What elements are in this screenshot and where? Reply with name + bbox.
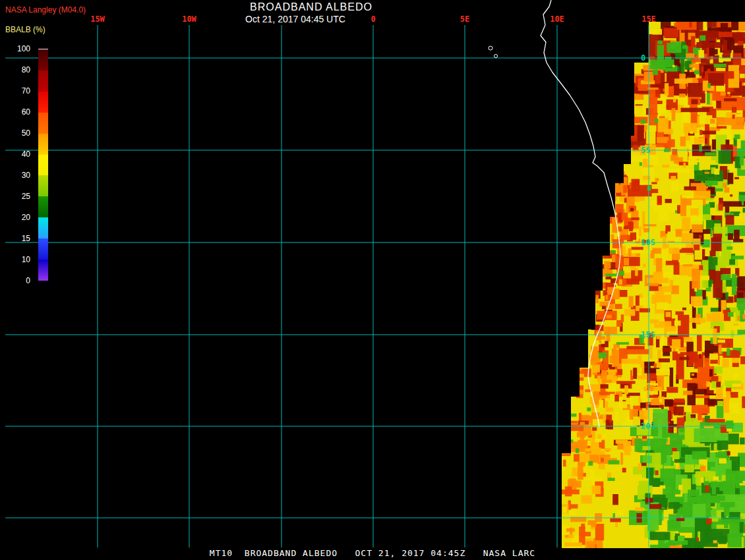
- legend-color-segment: [38, 49, 48, 70]
- legend-color-segment: [38, 92, 48, 113]
- lon-label-0: 0: [371, 14, 375, 24]
- legend-tick-80: 80: [22, 65, 30, 74]
- lat-label-5S: 5S: [641, 146, 650, 155]
- legend-tick-40: 40: [22, 150, 30, 159]
- legend-color-segment: [38, 217, 48, 238]
- legend-tick-labels: 100807060504030252015100: [5, 49, 34, 281]
- lon-label-15E: 15E: [641, 14, 656, 24]
- lon-label-10W: 10W: [182, 14, 196, 24]
- legend-color-segment: [38, 70, 48, 92]
- legend-color-segment: [38, 196, 48, 217]
- legend-tick-100: 100: [17, 44, 30, 53]
- lat-label-10S: 10S: [641, 238, 655, 247]
- lon-label-5E: 5E: [460, 14, 469, 24]
- legend-tick-0: 0: [26, 276, 30, 285]
- legend-title: BBALB (%): [5, 25, 48, 34]
- timestamp-label: Oct 21, 2017 04:45 UTC: [245, 14, 345, 24]
- albedo-product-screen: 15W10W05E10E15E05S10S15S20S NASA Langley…: [0, 0, 745, 560]
- lon-label-15W: 15W: [90, 14, 105, 24]
- legend-tick-25: 25: [22, 192, 30, 201]
- legend-tick-50: 50: [22, 128, 30, 138]
- legend-colorbar: [38, 49, 48, 281]
- page-title: BROADBAND ALBEDO: [250, 1, 372, 13]
- legend-color-segment: [38, 238, 48, 260]
- lon-label-10E: 10E: [550, 14, 564, 24]
- footer-caption: MT10 BROADBAND ALBEDO OCT 21, 2017 04:45…: [210, 548, 535, 558]
- lat-label-15S: 15S: [641, 330, 655, 339]
- legend-tick-10: 10: [22, 255, 30, 264]
- legend-color-segment: [38, 155, 48, 176]
- legend-color-segment: [38, 175, 48, 196]
- legend-tick-60: 60: [22, 107, 30, 117]
- legend-color-segment: [38, 113, 48, 134]
- legend-color-segment: [38, 260, 48, 281]
- lat-label-20S: 20S: [641, 422, 655, 431]
- legend-tick-70: 70: [22, 86, 30, 96]
- legend-color-segment: [38, 134, 48, 155]
- legend-tick-15: 15: [22, 234, 30, 243]
- legend-body: 100807060504030252015100: [5, 49, 48, 281]
- credit-label: NASA Langley (M04.0): [5, 5, 86, 14]
- legend-tick-20: 20: [22, 213, 30, 222]
- legend-tick-30: 30: [22, 171, 30, 180]
- map-canvas: 15W10W05E10E15E05S10S15S20S: [0, 0, 745, 560]
- lat-label-0: 0: [641, 53, 645, 63]
- albedo-legend: BBALB (%) 100807060504030252015100: [5, 25, 48, 281]
